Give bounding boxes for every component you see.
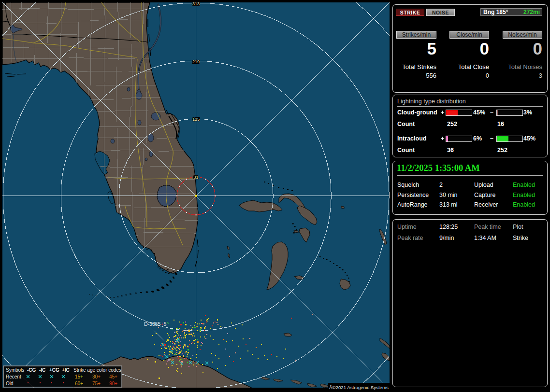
svg-text:Symbols: Symbols [6,367,24,373]
svg-text:D-3855+5^: D-3855+5^ [144,321,169,327]
svg-text:60+: 60+ [75,381,83,386]
svg-text:+IC: +IC [62,367,70,373]
svg-text:90+: 90+ [109,381,117,386]
svg-text:Â©2021 Astrogenic Systems: Â©2021 Astrogenic Systems [329,385,389,390]
svg-text:15+: 15+ [75,374,83,379]
svg-text:Old: Old [6,381,14,386]
svg-text:-CG: -CG [27,367,36,373]
svg-text:Strike age color codes: Strike age color codes [73,367,121,373]
svg-text:125: 125 [192,117,200,122]
svg-text:31: 31 [194,175,199,180]
svg-text:75+: 75+ [92,381,101,386]
svg-text:30+: 30+ [92,374,101,379]
svg-text:Recent: Recent [6,374,21,379]
svg-text:219: 219 [192,59,200,64]
svg-text:45+: 45+ [109,374,117,379]
svg-text:-IC: -IC [39,367,45,373]
svg-text:+CG: +CG [49,367,59,373]
